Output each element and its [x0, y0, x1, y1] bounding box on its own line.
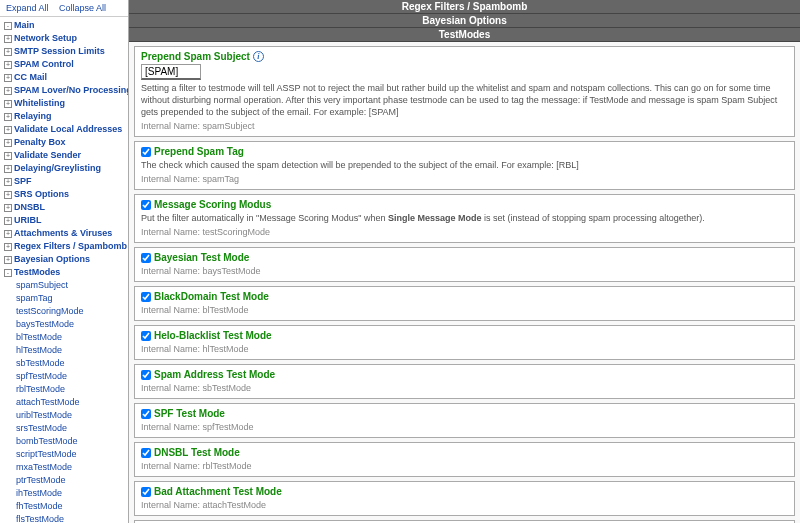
scoring-modus-checkbox[interactable] [141, 200, 151, 210]
nav-item[interactable]: Bayesian Options [14, 254, 90, 264]
plus-icon[interactable]: + [4, 217, 12, 225]
spam-tag-checkbox[interactable] [141, 147, 151, 157]
nav-sub-item[interactable]: ihTestMode [16, 488, 62, 498]
helo-blacklist-checkbox[interactable] [141, 331, 151, 341]
nav-item[interactable]: DNSBL [14, 202, 45, 212]
collapse-all-link[interactable]: Collapse All [59, 3, 106, 13]
section-spf: SPF Test Mode Internal Name: spfTestMode [134, 403, 795, 438]
expand-all-link[interactable]: Expand All [6, 3, 49, 13]
nav-item[interactable]: Regex Filters / Spambomb [14, 241, 127, 251]
section-title: Helo-Blacklist Test Mode [154, 330, 272, 341]
section-desc: Setting a filter to testmode will tell A… [141, 82, 788, 118]
section-bayesian: Bayesian Test Mode Internal Name: baysTe… [134, 247, 795, 282]
nav-sub-item[interactable]: testScoringMode [16, 306, 84, 316]
nav-tree: -Main +Network Setup+SMTP Session Limits… [0, 17, 128, 523]
nav-testmodes[interactable]: TestModes [14, 267, 60, 277]
internal-name: Internal Name: spamSubject [141, 121, 788, 131]
plus-icon[interactable]: + [4, 74, 12, 82]
section-scoring-modus: Message Scoring Modus Put the filter aut… [134, 194, 795, 243]
nav-sub-item[interactable]: mxaTestMode [16, 462, 72, 472]
section-bad-attachment: Bad Attachment Test Mode Internal Name: … [134, 481, 795, 516]
nav-item[interactable]: CC Mail [14, 72, 47, 82]
nav-item[interactable]: Attachments & Viruses [14, 228, 112, 238]
nav-sub-item[interactable]: attachTestMode [16, 397, 80, 407]
nav-sub-item[interactable]: spfTestMode [16, 371, 67, 381]
nav-item[interactable]: Relaying [14, 111, 52, 121]
section-title: Message Scoring Modus [154, 199, 271, 210]
spam-subject-input[interactable] [141, 64, 201, 80]
nav-sub-item[interactable]: flsTestMode [16, 514, 64, 523]
section-title: Prepend Spam Subject [141, 51, 250, 62]
nav-sub-item[interactable]: sbTestMode [16, 358, 65, 368]
plus-icon[interactable]: + [4, 87, 12, 95]
nav-item[interactable]: Validate Sender [14, 150, 81, 160]
plus-icon[interactable]: + [4, 126, 12, 134]
bayesian-checkbox[interactable] [141, 253, 151, 263]
section-dnsbl: DNSBL Test Mode Internal Name: rblTestMo… [134, 442, 795, 477]
nav-item[interactable]: Whitelisting [14, 98, 65, 108]
sidebar-controls: Expand All Collapse All [0, 0, 128, 17]
nav-item[interactable]: SMTP Session Limits [14, 46, 105, 56]
section-helo-blacklist: Helo-Blacklist Test Mode Internal Name: … [134, 325, 795, 360]
plus-icon[interactable]: + [4, 256, 12, 264]
nav-sub-item[interactable]: srsTestMode [16, 423, 67, 433]
nav-sub-item[interactable]: blTestMode [16, 332, 62, 342]
bad-attachment-checkbox[interactable] [141, 487, 151, 497]
nav-item[interactable]: SPF [14, 176, 32, 186]
internal-name: Internal Name: hlTestMode [141, 344, 788, 354]
plus-icon[interactable]: + [4, 204, 12, 212]
internal-name: Internal Name: spfTestMode [141, 422, 788, 432]
section-blackdomain: BlackDomain Test Mode Internal Name: blT… [134, 286, 795, 321]
plus-icon[interactable]: + [4, 139, 12, 147]
plus-icon[interactable]: + [4, 152, 12, 160]
nav-item[interactable]: SRS Options [14, 189, 69, 199]
nav-item[interactable]: Delaying/Greylisting [14, 163, 101, 173]
nav-item[interactable]: URIBL [14, 215, 42, 225]
plus-icon[interactable]: + [4, 61, 12, 69]
dnsbl-checkbox[interactable] [141, 448, 151, 458]
nav-sub-item[interactable]: fhTestMode [16, 501, 63, 511]
nav-main[interactable]: Main [14, 20, 35, 30]
internal-name: Internal Name: blTestMode [141, 305, 788, 315]
nav-item[interactable]: SPAM Control [14, 59, 74, 69]
nav-item[interactable]: Penalty Box [14, 137, 66, 147]
minus-icon[interactable]: - [4, 269, 12, 277]
plus-icon[interactable]: + [4, 178, 12, 186]
plus-icon[interactable]: + [4, 48, 12, 56]
spam-address-checkbox[interactable] [141, 370, 151, 380]
plus-icon[interactable]: + [4, 243, 12, 251]
internal-name: Internal Name: testScoringMode [141, 227, 788, 237]
nav-sub-item[interactable]: rblTestMode [16, 384, 65, 394]
internal-name: Internal Name: attachTestMode [141, 500, 788, 510]
internal-name: Internal Name: spamTag [141, 174, 788, 184]
nav-sub-item[interactable]: spamSubject [16, 280, 68, 290]
header-bar[interactable]: Regex Filters / Spambomb [129, 0, 800, 14]
blackdomain-checkbox[interactable] [141, 292, 151, 302]
nav-sub-item[interactable]: bombTestMode [16, 436, 78, 446]
nav-item[interactable]: Validate Local Addresses [14, 124, 122, 134]
nav-sub-item[interactable]: uriblTestMode [16, 410, 72, 420]
plus-icon[interactable]: + [4, 191, 12, 199]
nav-sub-item[interactable]: ptrTestMode [16, 475, 66, 485]
plus-icon[interactable]: + [4, 165, 12, 173]
plus-icon[interactable]: + [4, 35, 12, 43]
nav-sub-item[interactable]: hlTestMode [16, 345, 62, 355]
plus-icon[interactable]: + [4, 230, 12, 238]
info-icon[interactable]: i [253, 51, 264, 62]
plus-icon[interactable]: + [4, 100, 12, 108]
internal-name: Internal Name: baysTestMode [141, 266, 788, 276]
minus-icon[interactable]: - [4, 22, 12, 30]
sidebar: Expand All Collapse All -Main +Network S… [0, 0, 129, 523]
nav-sub-item[interactable]: spamTag [16, 293, 53, 303]
section-title: Prepend Spam Tag [154, 146, 244, 157]
section-title: SPF Test Mode [154, 408, 225, 419]
nav-sub-item[interactable]: scriptTestMode [16, 449, 77, 459]
header-bar[interactable]: TestModes [129, 28, 800, 42]
nav-item[interactable]: SPAM Lover/No Processing [14, 85, 129, 95]
header-bar[interactable]: Bayesian Options [129, 14, 800, 28]
spf-checkbox[interactable] [141, 409, 151, 419]
section-title: Bayesian Test Mode [154, 252, 249, 263]
plus-icon[interactable]: + [4, 113, 12, 121]
nav-sub-item[interactable]: baysTestMode [16, 319, 74, 329]
nav-item[interactable]: Network Setup [14, 33, 77, 43]
